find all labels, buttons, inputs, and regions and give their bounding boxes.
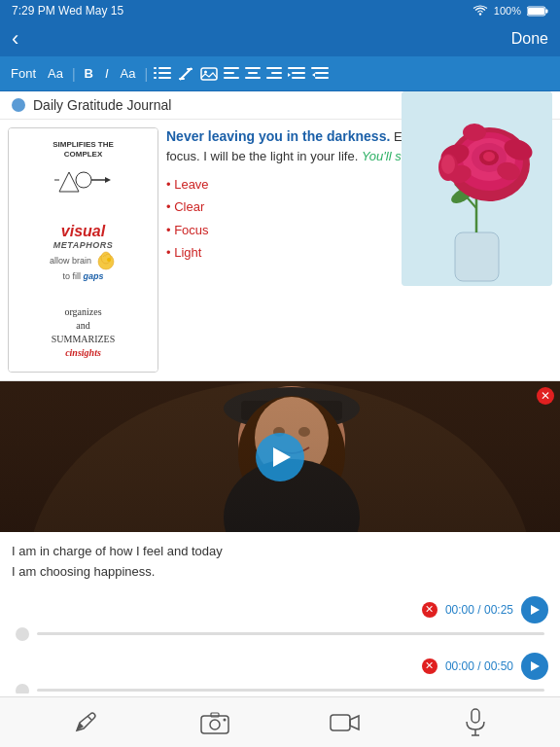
play-triangle: [273, 447, 291, 467]
outdent-icon[interactable]: [311, 67, 329, 81]
svg-rect-6: [154, 72, 157, 74]
svg-rect-74: [331, 715, 350, 730]
camera-button[interactable]: [197, 705, 232, 740]
svg-point-73: [224, 718, 227, 721]
journal-title: Daily Gratitude Journal: [33, 97, 171, 113]
flower-svg: [402, 120, 552, 286]
list-icon[interactable]: [154, 66, 171, 82]
play-icon-2: [529, 660, 541, 672]
svg-point-37: [107, 258, 111, 262]
pen-button[interactable]: [67, 705, 102, 740]
svg-rect-21: [266, 67, 282, 69]
svg-marker-33: [105, 177, 111, 183]
vm-visual-section: visual METAPHORS allow brain to fill gap…: [50, 222, 117, 281]
fontsize-button[interactable]: Aa: [118, 64, 139, 83]
indent-icon[interactable]: [288, 67, 305, 81]
svg-point-53: [483, 152, 495, 161]
affirmation-text: I am in charge of how I feel and today I…: [12, 544, 223, 579]
text-block: I am in charge of how I feel and today I…: [0, 532, 560, 592]
play-button[interactable]: [256, 433, 304, 481]
svg-point-55: [441, 155, 455, 174]
svg-rect-2: [545, 9, 548, 13]
battery-text: 100%: [494, 5, 521, 17]
pen-icon: [71, 709, 98, 736]
align-right-icon[interactable]: [266, 67, 282, 81]
status-time: 7:29 PM Wed May 15: [12, 4, 123, 18]
audio-time-1: ✕ 00:00 / 00:25: [12, 596, 548, 623]
svg-marker-67: [531, 605, 540, 615]
article-heading: Never leaving you in the darkness.: [166, 128, 390, 144]
audio-dot-1[interactable]: [16, 627, 29, 641]
svg-point-14: [204, 70, 207, 73]
svg-rect-13: [201, 68, 217, 80]
svg-rect-22: [271, 72, 282, 74]
audio-close-2[interactable]: ✕: [422, 658, 438, 674]
audio-close-1[interactable]: ✕: [422, 602, 438, 618]
svg-rect-12: [187, 68, 192, 70]
svg-rect-29: [315, 77, 329, 79]
bold-button[interactable]: B: [82, 64, 96, 83]
svg-rect-18: [245, 67, 261, 69]
svg-rect-9: [158, 77, 171, 79]
svg-rect-3: [528, 8, 544, 15]
bottom-toolbar: [0, 696, 560, 747]
video-close-button[interactable]: ✕: [537, 387, 554, 405]
svg-point-0: [479, 13, 481, 15]
format-icon[interactable]: [177, 66, 194, 82]
vm-bottom-text: organizes and SUMMARIZES cinsights: [52, 305, 116, 360]
audio-time-2: ✕ 00:00 / 00:50: [12, 653, 548, 680]
audio-track-2[interactable]: [37, 689, 544, 692]
audio-play-1[interactable]: [521, 596, 548, 623]
title-dot: [12, 98, 25, 112]
aa-button[interactable]: Aa: [45, 64, 66, 83]
audio-row-2: ✕ 00:00 / 00:50: [0, 649, 560, 694]
italic-button[interactable]: I: [102, 64, 112, 83]
svg-rect-25: [292, 72, 305, 74]
play-icon-1: [529, 604, 541, 616]
svg-rect-72: [211, 713, 219, 717]
svg-line-69: [88, 716, 91, 720]
svg-rect-24: [288, 67, 305, 69]
align-center-icon[interactable]: [245, 67, 261, 81]
video-button[interactable]: [328, 705, 363, 740]
battery-icon: [527, 6, 548, 17]
video-icon: [330, 712, 361, 733]
mic-icon: [465, 708, 486, 737]
audio-dot-2[interactable]: [16, 684, 29, 694]
svg-rect-26: [292, 77, 305, 79]
video-section: ✕: [0, 381, 560, 532]
svg-rect-17: [224, 77, 239, 79]
brain-icon: [95, 250, 117, 271]
svg-rect-15: [224, 67, 239, 69]
visual-metaphors-image: SIMPLIFIES THE COMPLEX visual METAPHORS: [8, 127, 158, 373]
svg-rect-5: [158, 67, 171, 69]
font-button[interactable]: Font: [8, 64, 39, 83]
svg-rect-39: [455, 232, 499, 281]
svg-rect-23: [266, 77, 282, 79]
status-right: 100%: [472, 5, 548, 17]
svg-rect-27: [311, 67, 329, 69]
svg-point-36: [101, 252, 111, 264]
svg-rect-20: [245, 77, 261, 79]
svg-point-71: [210, 720, 220, 729]
svg-rect-7: [158, 72, 171, 74]
status-bar: 7:29 PM Wed May 15 100%: [0, 0, 560, 21]
audio-play-2[interactable]: [521, 653, 548, 680]
back-button[interactable]: ‹: [12, 28, 18, 50]
svg-rect-11: [179, 78, 185, 80]
svg-rect-4: [154, 67, 157, 69]
nav-bar: ‹ Done: [0, 21, 560, 56]
image-icon[interactable]: [200, 66, 218, 82]
align-left-icon[interactable]: [224, 67, 239, 81]
audio-row-1: ✕ 00:00 / 00:25: [0, 592, 560, 649]
camera-icon: [200, 711, 229, 734]
svg-rect-8: [154, 77, 157, 79]
svg-rect-28: [315, 72, 329, 74]
wifi-icon: [472, 5, 488, 17]
audio-slider-1: [12, 627, 548, 641]
svg-rect-19: [248, 72, 258, 74]
audio-track-1[interactable]: [37, 632, 544, 635]
svg-point-49: [463, 124, 486, 141]
mic-button[interactable]: [458, 705, 493, 740]
done-button[interactable]: Done: [511, 30, 548, 48]
